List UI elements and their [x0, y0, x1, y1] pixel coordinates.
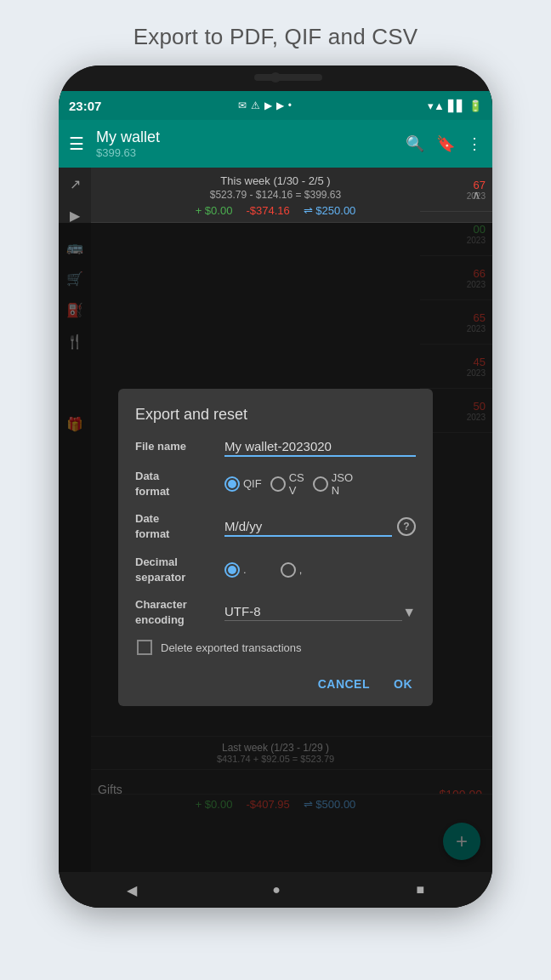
decimal-separator-row: Decimal separator . , [135, 555, 416, 585]
alert-icon: ⚠ [251, 100, 260, 111]
more-icon[interactable]: ⋮ [467, 134, 482, 153]
radio-json-outer [313, 476, 328, 492]
toolbar-title-area: My wallet $399.63 [96, 128, 406, 159]
encoding-value: UTF-8 [224, 604, 402, 621]
radio-dot-outer [224, 562, 240, 578]
play-icon-1: ▶ [264, 100, 272, 111]
signal-icon: ▋▋ [448, 100, 465, 112]
email-icon: ✉ [238, 100, 247, 111]
phone-speaker [254, 74, 322, 81]
date-format-label: Date format [135, 511, 224, 542]
delete-checkbox[interactable] [137, 640, 152, 655]
data-format-row: Data format QIF CSV [135, 469, 416, 499]
radio-qif-label: QIF [243, 477, 262, 490]
week-summary: $523.79 - $124.16 = $399.63 [72, 189, 479, 201]
radio-dot-inner [228, 566, 236, 574]
rn-date-1: 2023 [467, 191, 486, 201]
sidebar-icon-2: ▶ [70, 208, 80, 224]
week-income: + $0.00 [196, 204, 233, 217]
menu-icon[interactable]: ☰ [69, 134, 84, 154]
wifi-icon: ▾▲ [428, 100, 445, 112]
dot-icon: • [288, 100, 292, 111]
file-name-row: File name [135, 437, 416, 457]
screen: 23:07 ✉ ⚠ ▶ ▶ • ▾▲ ▋▋ 🔋 ☰ My wallet $399… [59, 91, 492, 908]
radio-csv[interactable]: CSV [270, 471, 304, 497]
file-name-input[interactable] [224, 437, 416, 457]
phone-frame: 23:07 ✉ ⚠ ▶ ▶ • ▾▲ ▋▋ 🔋 ☰ My wallet $399… [59, 66, 492, 908]
dialog-overlay: Export and reset File name Data format [59, 223, 492, 872]
data-format-label: Data format [135, 469, 224, 499]
help-icon[interactable]: ? [397, 517, 416, 536]
home-button[interactable]: ● [255, 875, 298, 904]
data-format-options: QIF CSV JSON [224, 471, 416, 497]
dialog-buttons: CANCEL OK [135, 669, 416, 696]
radio-dot-label: . [243, 563, 247, 576]
radio-qif-outer [224, 476, 240, 492]
toolbar-actions: 🔍 🔖 ⋮ [406, 134, 482, 153]
rn-item-1: 67 2023 [420, 168, 492, 212]
file-name-label: File name [135, 439, 224, 454]
status-bar: 23:07 ✉ ⚠ ▶ ▶ • ▾▲ ▋▋ 🔋 [59, 91, 492, 120]
dropdown-arrow-icon: ▼ [402, 605, 416, 620]
back-button[interactable]: ◀ [110, 875, 154, 905]
page-title: Export to PDF, QIF and CSV [133, 24, 418, 50]
radio-csv-outer [270, 476, 286, 492]
week-amounts: + $0.00 -$374.16 ⇌ $250.00 [72, 204, 479, 217]
date-format-input[interactable] [224, 517, 392, 537]
radio-json-label: JSON [332, 471, 353, 497]
export-dialog: Export and reset File name Data format [118, 389, 433, 707]
decimal-separator-label: Decimal separator [135, 555, 224, 585]
ok-button[interactable]: OK [390, 672, 416, 696]
play-icon-2: ▶ [276, 100, 284, 111]
search-icon[interactable]: 🔍 [406, 134, 424, 153]
battery-icon: 🔋 [469, 100, 482, 112]
wallet-balance: $399.63 [96, 146, 406, 159]
status-right-icons: ▾▲ ▋▋ 🔋 [428, 100, 482, 112]
status-time: 23:07 [69, 99, 101, 113]
character-encoding-label: Character encoding [135, 597, 224, 628]
radio-qif[interactable]: QIF [224, 476, 262, 492]
week-transfer: ⇌ $250.00 [304, 204, 356, 217]
dialog-title: Export and reset [135, 406, 416, 424]
delete-checkbox-label: Delete exported transactions [161, 641, 301, 654]
cancel-button[interactable]: CANCEL [315, 672, 373, 696]
delete-checkbox-row[interactable]: Delete exported transactions [137, 640, 416, 655]
phone-top [59, 66, 492, 91]
date-format-row: Date format ? [135, 511, 416, 542]
radio-comma-label: , [299, 563, 303, 576]
decimal-options: . , [224, 562, 416, 578]
toolbar: ☰ My wallet $399.63 🔍 🔖 ⋮ [59, 120, 492, 168]
radio-qif-inner [228, 480, 236, 488]
radio-dot[interactable]: . [224, 562, 247, 578]
radio-json[interactable]: JSON [313, 471, 353, 497]
character-encoding-row: Character encoding UTF-8 ▼ [135, 597, 416, 628]
week-expense: -$374.16 [246, 204, 289, 217]
rn-amount-1: 67 [474, 179, 486, 191]
transaction-area: Gifts Jan 31, 2023 -$100.00 Last week (1… [59, 223, 492, 872]
radio-comma-outer [281, 562, 296, 578]
week-title: This week (1/30 - 2/5 ) [72, 174, 479, 187]
encoding-dropdown[interactable]: UTF-8 ▼ [224, 604, 416, 621]
bookmark-icon[interactable]: 🔖 [436, 134, 455, 153]
radio-csv-label: CSV [289, 471, 304, 497]
sidebar-icon-1: ↗ [70, 176, 81, 192]
wallet-title: My wallet [96, 128, 406, 146]
status-icons-middle: ✉ ⚠ ▶ ▶ • [238, 100, 292, 111]
date-input-row: ? [224, 517, 416, 537]
bottom-nav: ◀ ● ■ [59, 872, 492, 908]
recent-button[interactable]: ■ [400, 875, 442, 904]
radio-comma[interactable]: , [281, 562, 303, 578]
